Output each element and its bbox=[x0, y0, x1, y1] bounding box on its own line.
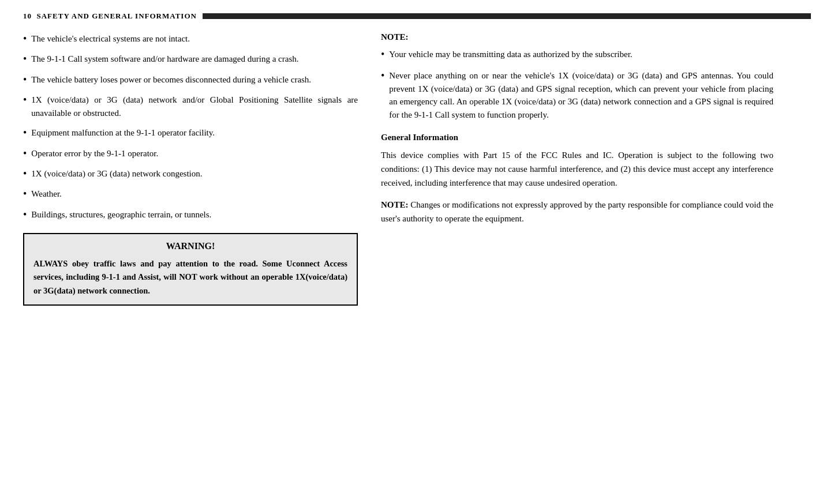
bullet-icon: • bbox=[23, 187, 27, 201]
list-item-text: Weather. bbox=[31, 187, 62, 201]
right-column: NOTE: • Your vehicle may be transmitting… bbox=[381, 32, 773, 306]
bullet-icon: • bbox=[23, 147, 27, 160]
general-info-paragraph2: NOTE: Changes or modifications not expre… bbox=[381, 198, 773, 225]
note-label: NOTE: bbox=[381, 32, 773, 42]
list-item: • Operator error by the 9-1-1 operator. bbox=[23, 147, 358, 160]
note-inline-label: NOTE: bbox=[381, 200, 409, 209]
bullet-icon: • bbox=[23, 32, 27, 46]
bullet-icon: • bbox=[23, 52, 27, 66]
warning-text: ALWAYS obey traffic laws and pay attenti… bbox=[33, 257, 347, 298]
header-title: SAFETY AND GENERAL INFORMATION bbox=[37, 12, 197, 20]
bullet-icon: • bbox=[23, 93, 27, 107]
note-list-item: • Your vehicle may be transmitting data … bbox=[381, 48, 773, 61]
warning-box: WARNING! ALWAYS obey traffic laws and pa… bbox=[23, 233, 358, 306]
bullet-icon: • bbox=[23, 126, 27, 140]
list-item-text: Buildings, structures, geographic terrai… bbox=[31, 208, 211, 221]
general-info-title: General Information bbox=[381, 133, 773, 142]
list-item: • Weather. bbox=[23, 187, 358, 201]
list-item: • 1X (voice/data) or 3G (data) network c… bbox=[23, 167, 358, 180]
left-bullet-list: • The vehicle's electrical systems are n… bbox=[23, 32, 358, 221]
list-item-text: Equipment malfunction at the 9-1-1 opera… bbox=[31, 126, 215, 140]
general-info-paragraph2-text: Changes or modifications not expressly a… bbox=[381, 200, 773, 223]
list-item-text: 1X (voice/data) or 3G (data) network and… bbox=[31, 93, 358, 119]
warning-title: WARNING! bbox=[33, 241, 347, 251]
bullet-icon: • bbox=[381, 48, 384, 61]
note-list-item: • Never place anything on or near the ve… bbox=[381, 69, 773, 121]
bullet-icon: • bbox=[23, 208, 27, 221]
list-item: • 1X (voice/data) or 3G (data) network a… bbox=[23, 93, 358, 119]
list-item-text: The vehicle's electrical systems are not… bbox=[31, 32, 190, 46]
page-number-title: 10 SAFETY AND GENERAL INFORMATION bbox=[23, 12, 197, 21]
list-item-text: The 9-1-1 Call system software and/or ha… bbox=[31, 52, 298, 66]
list-item: • The 9-1-1 Call system software and/or … bbox=[23, 52, 358, 66]
note-list-item-text: Your vehicle may be transmitting data as… bbox=[389, 48, 632, 61]
header-bar bbox=[203, 13, 811, 19]
bullet-icon: • bbox=[23, 73, 27, 86]
left-column: • The vehicle's electrical systems are n… bbox=[23, 32, 358, 306]
note-bullet-list: • Your vehicle may be transmitting data … bbox=[381, 48, 773, 121]
note-list-item-text: Never place anything on or near the vehi… bbox=[389, 69, 773, 121]
bullet-icon: • bbox=[381, 69, 384, 82]
list-item-text: The vehicle battery loses power or becom… bbox=[31, 73, 311, 86]
list-item: • Equipment malfunction at the 9-1-1 ope… bbox=[23, 126, 358, 140]
page-header: 10 SAFETY AND GENERAL INFORMATION bbox=[23, 12, 811, 21]
general-info-paragraph1: This device complies with Part 15 of the… bbox=[381, 148, 773, 190]
bullet-icon: • bbox=[23, 167, 27, 180]
list-item: • The vehicle battery loses power or bec… bbox=[23, 73, 358, 86]
two-column-layout: • The vehicle's electrical systems are n… bbox=[23, 32, 811, 306]
list-item-text: Operator error by the 9-1-1 operator. bbox=[31, 147, 158, 160]
list-item: • Buildings, structures, geographic terr… bbox=[23, 208, 358, 221]
list-item-text: 1X (voice/data) or 3G (data) network con… bbox=[31, 167, 202, 180]
list-item: • The vehicle's electrical systems are n… bbox=[23, 32, 358, 46]
page-number: 10 bbox=[23, 12, 32, 20]
